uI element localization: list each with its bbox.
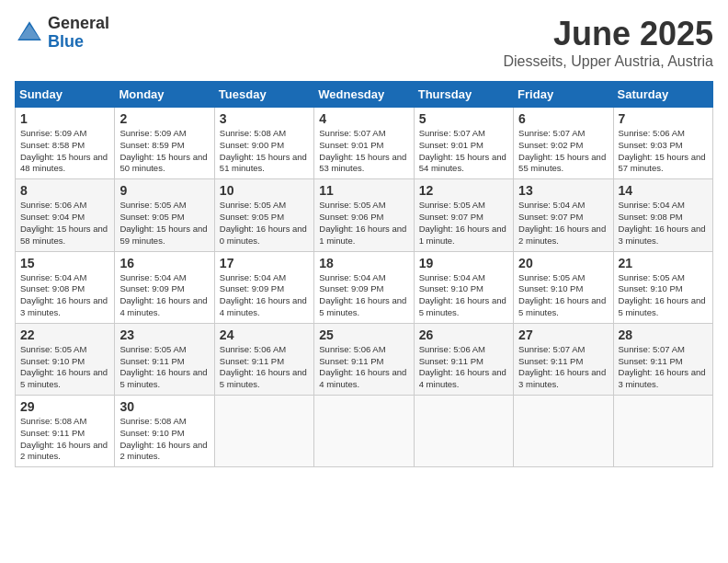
day-number: 9: [119, 183, 209, 198]
title-area: June 2025 Diesseits, Upper Austria, Aust…: [503, 15, 713, 70]
table-row: 6Sunrise: 5:07 AMSunset: 9:02 PMDaylight…: [514, 108, 613, 179]
day-number: 18: [319, 256, 408, 270]
day-number: 22: [20, 327, 109, 342]
col-friday: Friday: [514, 82, 613, 108]
day-number: 4: [319, 111, 408, 126]
table-row: 30Sunrise: 5:08 AMSunset: 9:10 PMDayligh…: [115, 396, 214, 467]
calendar-row: 29Sunrise: 5:08 AMSunset: 9:11 PMDayligh…: [16, 396, 713, 467]
day-number: 21: [619, 256, 708, 270]
table-row: 23Sunrise: 5:05 AMSunset: 9:11 PMDayligh…: [115, 323, 214, 395]
day-number: 19: [419, 256, 508, 270]
table-row: 12Sunrise: 5:05 AMSunset: 9:07 PMDayligh…: [414, 179, 513, 251]
cell-text: Sunrise: 5:04 AMSunset: 9:10 PMDaylight:…: [419, 272, 506, 317]
cell-text: Sunrise: 5:04 AMSunset: 9:09 PMDaylight:…: [220, 272, 307, 317]
cell-text: Sunrise: 5:06 AMSunset: 9:04 PMDaylight:…: [20, 200, 108, 245]
table-row: 16Sunrise: 5:04 AMSunset: 9:09 PMDayligh…: [115, 251, 214, 323]
table-row: 8Sunrise: 5:06 AMSunset: 9:04 PMDaylight…: [16, 179, 115, 251]
day-number: 2: [119, 111, 209, 126]
day-number: 20: [518, 256, 608, 270]
table-row: 19Sunrise: 5:04 AMSunset: 9:10 PMDayligh…: [414, 251, 513, 323]
col-sunday: Sunday: [16, 82, 115, 108]
day-number: 17: [220, 256, 309, 270]
day-number: 10: [220, 183, 309, 198]
day-number: 12: [419, 183, 508, 198]
cell-text: Sunrise: 5:05 AMSunset: 9:05 PMDaylight:…: [119, 200, 207, 245]
col-monday: Monday: [115, 82, 214, 108]
calendar-subtitle: Diesseits, Upper Austria, Austria: [503, 53, 713, 70]
day-number: 11: [319, 183, 408, 198]
day-number: 14: [619, 183, 708, 198]
col-wednesday: Wednesday: [314, 82, 414, 108]
header-row: Sunday Monday Tuesday Wednesday Thursday…: [16, 82, 713, 108]
table-row: [514, 396, 613, 467]
table-row: 15Sunrise: 5:04 AMSunset: 9:08 PMDayligh…: [16, 251, 115, 323]
table-row: 22Sunrise: 5:05 AMSunset: 9:10 PMDayligh…: [16, 323, 115, 395]
cell-text: Sunrise: 5:04 AMSunset: 9:09 PMDaylight:…: [119, 272, 207, 317]
cell-text: Sunrise: 5:04 AMSunset: 9:07 PMDaylight:…: [518, 200, 606, 245]
table-row: 21Sunrise: 5:05 AMSunset: 9:10 PMDayligh…: [613, 251, 712, 323]
table-row: 4Sunrise: 5:07 AMSunset: 9:01 PMDaylight…: [314, 108, 414, 179]
table-row: 5Sunrise: 5:07 AMSunset: 9:01 PMDaylight…: [414, 108, 513, 179]
day-number: 28: [619, 327, 708, 342]
col-thursday: Thursday: [414, 82, 513, 108]
cell-text: Sunrise: 5:07 AMSunset: 9:02 PMDaylight:…: [518, 128, 606, 173]
table-row: 13Sunrise: 5:04 AMSunset: 9:07 PMDayligh…: [514, 179, 613, 251]
cell-text: Sunrise: 5:07 AMSunset: 9:01 PMDaylight:…: [419, 128, 506, 173]
table-row: 9Sunrise: 5:05 AMSunset: 9:05 PMDaylight…: [115, 179, 214, 251]
day-number: 23: [119, 327, 209, 342]
day-number: 6: [518, 111, 608, 126]
svg-marker-1: [19, 24, 40, 39]
cell-text: Sunrise: 5:04 AMSunset: 9:08 PMDaylight:…: [619, 200, 706, 245]
cell-text: Sunrise: 5:09 AMSunset: 8:58 PMDaylight:…: [20, 128, 108, 173]
cell-text: Sunrise: 5:08 AMSunset: 9:00 PMDaylight:…: [220, 128, 307, 173]
day-number: 15: [20, 256, 109, 270]
day-number: 26: [419, 327, 508, 342]
table-row: 18Sunrise: 5:04 AMSunset: 9:09 PMDayligh…: [314, 251, 414, 323]
calendar-row: 8Sunrise: 5:06 AMSunset: 9:04 PMDaylight…: [16, 179, 713, 251]
day-number: 7: [619, 111, 708, 126]
table-row: [314, 396, 414, 467]
table-row: 10Sunrise: 5:05 AMSunset: 9:05 PMDayligh…: [214, 179, 313, 251]
day-number: 5: [419, 111, 508, 126]
day-number: 13: [518, 183, 608, 198]
table-row: 25Sunrise: 5:06 AMSunset: 9:11 PMDayligh…: [314, 323, 414, 395]
calendar-row: 22Sunrise: 5:05 AMSunset: 9:10 PMDayligh…: [16, 323, 713, 395]
day-number: 24: [220, 327, 309, 342]
table-row: 17Sunrise: 5:04 AMSunset: 9:09 PMDayligh…: [214, 251, 313, 323]
logo-general-text: General: [48, 15, 109, 33]
cell-text: Sunrise: 5:05 AMSunset: 9:10 PMDaylight:…: [619, 272, 706, 317]
day-number: 1: [20, 111, 109, 126]
cell-text: Sunrise: 5:05 AMSunset: 9:10 PMDaylight:…: [518, 272, 606, 317]
day-number: 25: [319, 327, 408, 342]
cell-text: Sunrise: 5:08 AMSunset: 9:10 PMDaylight:…: [119, 416, 207, 461]
day-number: 29: [20, 399, 109, 414]
cell-text: Sunrise: 5:04 AMSunset: 9:08 PMDaylight:…: [20, 272, 108, 317]
cell-text: Sunrise: 5:04 AMSunset: 9:09 PMDaylight:…: [319, 272, 406, 317]
logo-icon: [15, 18, 44, 48]
cell-text: Sunrise: 5:08 AMSunset: 9:11 PMDaylight:…: [20, 416, 108, 461]
table-row: 29Sunrise: 5:08 AMSunset: 9:11 PMDayligh…: [16, 396, 115, 467]
calendar-row: 15Sunrise: 5:04 AMSunset: 9:08 PMDayligh…: [16, 251, 713, 323]
table-row: 1Sunrise: 5:09 AMSunset: 8:58 PMDaylight…: [16, 108, 115, 179]
day-number: 27: [518, 327, 608, 342]
table-row: [414, 396, 513, 467]
cell-text: Sunrise: 5:09 AMSunset: 8:59 PMDaylight:…: [119, 128, 207, 173]
cell-text: Sunrise: 5:07 AMSunset: 9:01 PMDaylight:…: [319, 128, 406, 173]
table-row: [214, 396, 313, 467]
cell-text: Sunrise: 5:05 AMSunset: 9:05 PMDaylight:…: [220, 200, 307, 245]
cell-text: Sunrise: 5:07 AMSunset: 9:11 PMDaylight:…: [619, 344, 706, 389]
table-row: [613, 396, 712, 467]
cell-text: Sunrise: 5:07 AMSunset: 9:11 PMDaylight:…: [518, 344, 606, 389]
cell-text: Sunrise: 5:05 AMSunset: 9:07 PMDaylight:…: [419, 200, 506, 245]
cell-text: Sunrise: 5:06 AMSunset: 9:11 PMDaylight:…: [419, 344, 506, 389]
cell-text: Sunrise: 5:06 AMSunset: 9:11 PMDaylight:…: [319, 344, 406, 389]
cell-text: Sunrise: 5:06 AMSunset: 9:03 PMDaylight:…: [619, 128, 706, 173]
col-saturday: Saturday: [613, 82, 712, 108]
table-row: 26Sunrise: 5:06 AMSunset: 9:11 PMDayligh…: [414, 323, 513, 395]
day-number: 3: [220, 111, 309, 126]
cell-text: Sunrise: 5:05 AMSunset: 9:11 PMDaylight:…: [119, 344, 207, 389]
cell-text: Sunrise: 5:05 AMSunset: 9:10 PMDaylight:…: [20, 344, 108, 389]
logo-text: General Blue: [48, 15, 109, 52]
table-row: 3Sunrise: 5:08 AMSunset: 9:00 PMDaylight…: [214, 108, 313, 179]
table-row: 2Sunrise: 5:09 AMSunset: 8:59 PMDaylight…: [115, 108, 214, 179]
